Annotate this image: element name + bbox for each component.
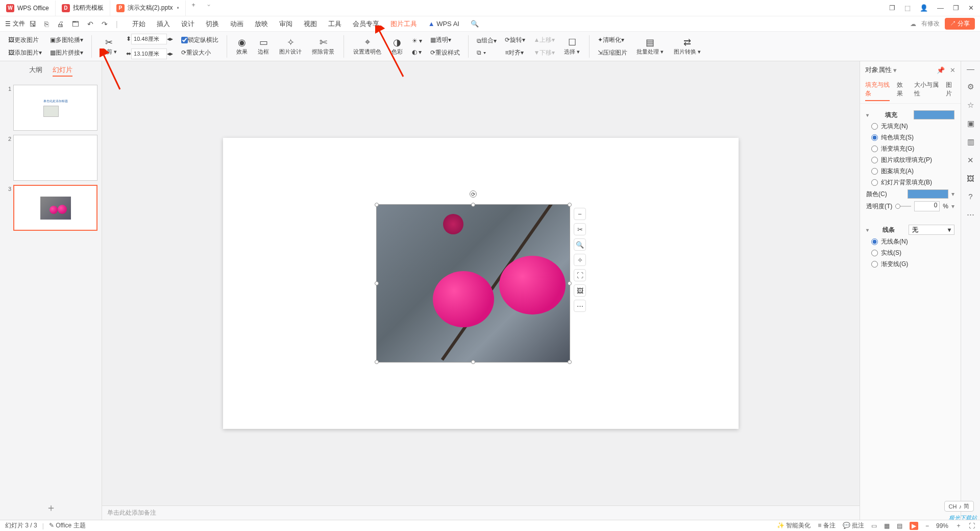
set-transparency-button[interactable]: ⌖设置透明色 bbox=[349, 37, 385, 56]
effect-button[interactable]: ◉效果 bbox=[232, 37, 252, 56]
menu-animation[interactable]: 动画 bbox=[230, 19, 243, 29]
handle-r[interactable] bbox=[568, 281, 572, 285]
view-reading-icon[interactable]: ▤ bbox=[897, 522, 902, 529]
zoom-in-icon[interactable]: ＋ bbox=[955, 521, 962, 530]
props-tab-picture[interactable]: 图片 bbox=[946, 81, 955, 101]
props-tab-size[interactable]: 大小与属性 bbox=[914, 81, 939, 101]
color-button[interactable]: ◑色彩 bbox=[387, 37, 407, 56]
float-magic-icon[interactable]: ✧ bbox=[574, 254, 586, 266]
add-slide-button[interactable]: ＋ bbox=[0, 496, 102, 520]
rail-help-icon[interactable]: ? bbox=[968, 192, 972, 201]
line-none[interactable]: 无线条(N) bbox=[871, 237, 954, 246]
status-notes[interactable]: ≡ 备注 bbox=[818, 521, 835, 530]
new-tab-button[interactable]: ＋ bbox=[186, 1, 201, 16]
menu-view[interactable]: 视图 bbox=[304, 19, 317, 29]
pic-design-button[interactable]: ✧图片设计 bbox=[275, 37, 306, 56]
float-more-icon[interactable]: ⋯ bbox=[574, 300, 586, 312]
pin-icon[interactable]: 📌 bbox=[937, 66, 945, 74]
fill-preview-color[interactable] bbox=[914, 110, 954, 119]
transparency-slider[interactable] bbox=[895, 206, 911, 207]
save-icon[interactable]: 🖫 bbox=[29, 20, 36, 28]
canvas[interactable]: ⟳ − ✂ 🔍 ✧ ⛶ 🖼 bbox=[102, 61, 860, 505]
export-icon[interactable]: ⎘ bbox=[44, 20, 48, 28]
view-normal-icon[interactable]: ▭ bbox=[871, 522, 877, 529]
close-button[interactable]: ✕ bbox=[968, 4, 974, 12]
menu-slideshow[interactable]: 放映 bbox=[255, 19, 268, 29]
tab-wps-office[interactable]: W WPS Office bbox=[0, 1, 56, 16]
fill-none[interactable]: 无填充(N) bbox=[871, 122, 954, 131]
fill-solid[interactable]: 纯色填充(S) bbox=[871, 133, 954, 142]
line-gradient[interactable]: 渐变线(G) bbox=[871, 260, 954, 269]
float-zoom-icon[interactable]: 🔍 bbox=[574, 238, 586, 251]
window-cube-icon[interactable]: ⬚ bbox=[904, 4, 911, 12]
fill-pattern[interactable]: 图案填充(A) bbox=[871, 167, 954, 176]
file-menu[interactable]: ☰ 文件 bbox=[5, 19, 25, 28]
float-replace-icon[interactable]: 🖼 bbox=[574, 284, 586, 297]
rail-image-icon[interactable]: 🖼 bbox=[967, 174, 974, 183]
rotate-handle[interactable]: ⟳ bbox=[470, 190, 477, 198]
tab-list-button[interactable]: ⌄ bbox=[201, 1, 216, 16]
menu-transition[interactable]: 切换 bbox=[206, 19, 219, 29]
view-slideshow-icon[interactable]: ▶ bbox=[910, 522, 918, 530]
menu-design[interactable]: 设计 bbox=[181, 19, 194, 29]
close-panel-icon[interactable]: ✕ bbox=[950, 66, 955, 74]
float-minus[interactable]: − bbox=[574, 208, 586, 220]
rail-layers-icon[interactable]: ▣ bbox=[967, 119, 974, 128]
minimize-button[interactable]: — bbox=[937, 4, 944, 12]
select-button[interactable]: ☐选择 ▾ bbox=[560, 37, 584, 56]
move-down-button[interactable]: ▼ 下移 ▾ bbox=[530, 47, 558, 58]
handle-tl[interactable] bbox=[375, 203, 379, 207]
rail-star-icon[interactable]: ☆ bbox=[967, 101, 974, 110]
tab-current-doc[interactable]: P 演示文稿(2).pptx • bbox=[110, 1, 186, 16]
pic-join-button[interactable]: ▦ 图片拼接 ▾ bbox=[47, 47, 86, 58]
wps-ai-button[interactable]: ▲ WPS AI bbox=[428, 20, 459, 28]
rail-tools-icon[interactable]: ✕ bbox=[967, 156, 974, 165]
border-button[interactable]: ▭边框 bbox=[254, 37, 273, 56]
sharpen-button[interactable]: ✦ 清晰化 ▾ bbox=[595, 35, 630, 45]
add-picture-button[interactable]: 🖼 添加图片 ▾ bbox=[5, 47, 45, 58]
handle-b[interactable] bbox=[471, 360, 475, 364]
lock-ratio-checkbox[interactable]: 锁定纵横比 bbox=[178, 35, 222, 45]
reset-style-button[interactable]: ⟳ 重设样式 bbox=[427, 47, 463, 58]
fill-gradient[interactable]: 渐变填充(G) bbox=[871, 144, 954, 153]
props-tab-effect[interactable]: 效果 bbox=[897, 81, 906, 101]
notes-area[interactable]: 单击此处添加备注 bbox=[102, 505, 860, 520]
compress-button[interactable]: ⇲ 压缩图片 bbox=[595, 47, 630, 58]
transparent-button[interactable]: ▦ 透明 ▾ bbox=[427, 35, 463, 45]
handle-l[interactable] bbox=[375, 281, 379, 285]
view-sorter-icon[interactable]: ▦ bbox=[884, 522, 890, 529]
fill-slidebg[interactable]: 幻灯片背景填充(B) bbox=[871, 178, 954, 187]
preview-icon[interactable]: 🗔 bbox=[72, 20, 79, 28]
width-field[interactable]: ⬌ 13.10厘米 ◂▸ bbox=[123, 47, 176, 60]
status-theme[interactable]: ✎ Office 主题 bbox=[49, 521, 86, 530]
cloud-sync-icon[interactable]: ☁ bbox=[910, 20, 916, 28]
zoom-value[interactable]: 99% bbox=[936, 522, 948, 529]
height-field[interactable]: ⬍ 10.48厘米 ◂▸ bbox=[123, 33, 176, 45]
menu-review[interactable]: 审阅 bbox=[279, 19, 292, 29]
float-crop-icon[interactable]: ✂ bbox=[574, 223, 586, 235]
rotate-button[interactable]: ⟳ 旋转 ▾ bbox=[502, 35, 528, 45]
menu-insert[interactable]: 插入 bbox=[157, 19, 170, 29]
crop-button[interactable]: ✂ 裁剪 ▾ bbox=[97, 37, 121, 56]
redo-icon[interactable]: ↷ bbox=[102, 20, 108, 28]
menu-vip[interactable]: 会员专享 bbox=[353, 19, 379, 29]
status-comments[interactable]: 💬 批注 bbox=[843, 521, 864, 530]
selected-picture[interactable]: ⟳ − ✂ 🔍 ✧ ⛶ 🖼 bbox=[376, 204, 570, 363]
handle-bl[interactable] bbox=[375, 360, 379, 364]
line-select[interactable]: 无▾ bbox=[909, 225, 954, 235]
handle-tr[interactable] bbox=[568, 203, 572, 207]
tab-outline[interactable]: 大纲 bbox=[29, 65, 42, 77]
multi-crop-button[interactable]: ▣ 多图轮播 ▾ bbox=[47, 35, 86, 45]
menu-tools[interactable]: 工具 bbox=[328, 19, 341, 29]
menu-picture-tools[interactable]: 图片工具 bbox=[390, 19, 417, 29]
fit-icon[interactable]: ⛶ bbox=[969, 522, 975, 529]
fill-color-picker[interactable] bbox=[908, 189, 948, 199]
move-up-button[interactable]: ▲ 上移 ▾ bbox=[530, 35, 558, 45]
menu-start[interactable]: 开始 bbox=[132, 19, 145, 29]
undo-icon[interactable]: ↶ bbox=[87, 20, 93, 28]
window-layout-icon[interactable]: ❐ bbox=[889, 4, 895, 12]
combine-button[interactable]: ⧉ 组合 ▾ bbox=[474, 35, 500, 46]
convert-button[interactable]: ⇄图片转换 ▾ bbox=[670, 37, 705, 56]
share-button[interactable]: ↗ 分享 bbox=[945, 18, 975, 30]
status-beautify[interactable]: ✨ 智能美化 bbox=[777, 521, 811, 530]
